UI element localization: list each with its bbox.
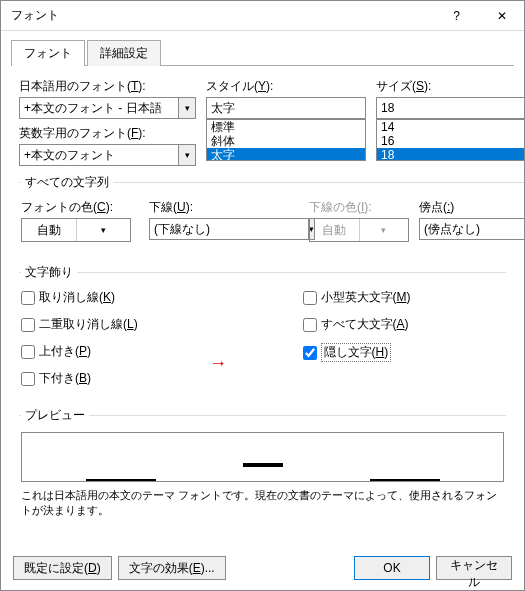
hidden-checkbox[interactable]: 隠し文字(H): [303, 343, 505, 362]
size-input[interactable]: [376, 97, 525, 119]
help-button[interactable]: ?: [434, 2, 479, 30]
dropdown-icon: ▾: [76, 219, 131, 241]
allcaps-checkbox[interactable]: すべて大文字(A): [303, 316, 505, 333]
preview-description: これは日本語用の本文のテーマ フォントです。現在の文書のテーマによって、使用され…: [21, 488, 504, 519]
underline-color-button: 自動 ▾: [309, 218, 409, 242]
superscript-checkbox[interactable]: 上付き(P): [21, 343, 223, 360]
size-label: サイズ(S):: [376, 78, 525, 95]
en-font-label: 英数字用のフォント(F):: [19, 125, 196, 142]
emphasis-label: 傍点(:): [419, 199, 525, 216]
underline-label: 下線(U):: [149, 199, 299, 216]
window-title: フォント: [11, 7, 434, 24]
list-item[interactable]: 標準: [207, 120, 365, 134]
tab-advanced[interactable]: 詳細設定: [87, 40, 161, 66]
style-input[interactable]: [206, 97, 366, 119]
emphasis-input[interactable]: [419, 218, 525, 240]
jp-font-combo[interactable]: ▾: [19, 97, 196, 119]
close-button[interactable]: ✕: [479, 2, 524, 30]
tab-font[interactable]: フォント: [11, 40, 85, 66]
underline-input[interactable]: [149, 218, 308, 240]
cancel-button[interactable]: キャンセル: [436, 556, 512, 580]
effects-group: 文字飾り → 取り消し線(K) 二重取り消し線(L) 上付き(P) 下付き(B)…: [19, 264, 506, 397]
font-color-button[interactable]: 自動 ▾: [21, 218, 131, 242]
style-listbox[interactable]: 標準 斜体 太字: [206, 119, 366, 161]
font-color-label: フォントの色(C):: [21, 199, 139, 216]
text-effects-button[interactable]: 文字の効果(E)...: [118, 556, 226, 580]
size-listbox[interactable]: 14 16 18: [376, 119, 525, 161]
list-item[interactable]: 斜体: [207, 134, 365, 148]
footer: 既定に設定(D) 文字の効果(E)... OK キャンセル: [1, 556, 524, 580]
pane: 日本語用のフォント(T): ▾ 英数字用のフォント(F): ▾ スタイル(Y):…: [1, 66, 524, 527]
dropdown-icon[interactable]: ▾: [178, 144, 196, 166]
preview-group: プレビュー これは日本語用の本文のテーマ フォントです。現在の文書のテーマによっ…: [19, 407, 506, 527]
list-item[interactable]: 18: [377, 148, 525, 161]
list-item[interactable]: 太字: [207, 148, 365, 161]
smallcaps-checkbox[interactable]: 小型英大文字(M): [303, 289, 505, 306]
jp-font-label: 日本語用のフォント(T):: [19, 78, 196, 95]
emphasis-combo[interactable]: ▾: [419, 218, 525, 240]
allchars-legend: すべての文字列: [21, 174, 113, 191]
subscript-checkbox[interactable]: 下付き(B): [21, 370, 223, 387]
preview-box: [21, 432, 504, 482]
en-font-input[interactable]: [19, 144, 178, 166]
underline-combo[interactable]: ▾: [149, 218, 299, 240]
en-font-combo[interactable]: ▾: [19, 144, 196, 166]
tab-bar: フォント 詳細設定: [11, 39, 514, 66]
dropdown-icon[interactable]: ▾: [178, 97, 196, 119]
jp-font-input[interactable]: [19, 97, 178, 119]
arrow-annotation: →: [209, 353, 227, 374]
preview-legend: プレビュー: [21, 407, 89, 424]
underline-color-label: 下線の色(I):: [309, 199, 409, 216]
effects-legend: 文字飾り: [21, 264, 77, 281]
allchars-group: すべての文字列 フォントの色(C): 自動 ▾ 下線(U): ▾ 下線の色(I)…: [19, 174, 525, 254]
style-label: スタイル(Y):: [206, 78, 366, 95]
list-item[interactable]: 14: [377, 120, 525, 134]
dropdown-icon: ▾: [359, 219, 409, 241]
set-default-button[interactable]: 既定に設定(D): [13, 556, 112, 580]
strike-checkbox[interactable]: 取り消し線(K): [21, 289, 223, 306]
double-strike-checkbox[interactable]: 二重取り消し線(L): [21, 316, 223, 333]
titlebar: フォント ? ✕: [1, 1, 524, 31]
ok-button[interactable]: OK: [354, 556, 430, 580]
list-item[interactable]: 16: [377, 134, 525, 148]
